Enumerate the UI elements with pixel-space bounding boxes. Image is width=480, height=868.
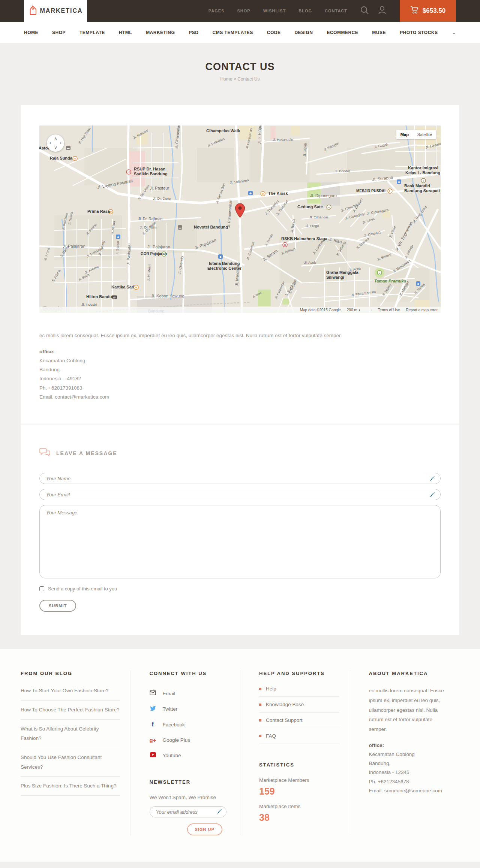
map-label: Jl. Industri: [81, 303, 97, 306]
nav-code[interactable]: CODE: [267, 30, 281, 35]
map-type-map-button[interactable]: Map: [396, 130, 413, 139]
terms-of-use-link[interactable]: Terms of Use: [378, 308, 400, 312]
send-copy-checkbox[interactable]: [39, 586, 44, 591]
chevron-down-icon[interactable]: ⌄: [452, 30, 456, 35]
social-googleplus-link[interactable]: g+ Google Plus: [150, 732, 230, 748]
brand-tag-icon: [28, 5, 37, 17]
nav-marketing[interactable]: MARKETING: [146, 30, 175, 35]
nav-photo-stocks[interactable]: PHOTO STOCKS: [400, 30, 438, 35]
hotel-poi-glyph: ▬: [179, 226, 182, 229]
logo[interactable]: MARKETICA: [24, 0, 87, 22]
help-link[interactable]: Contact Support: [259, 713, 339, 728]
google-map[interactable]: HHΨΨΨΨ▬▬▬●●☾◆◆◆◆◆●● Cihampelas WalkAston…: [39, 125, 441, 313]
cart-button[interactable]: $653.50: [400, 0, 456, 22]
newsletter-email-input[interactable]: [150, 806, 226, 817]
mosque-poi-glyph: ☾: [389, 190, 391, 193]
search-icon[interactable]: [360, 6, 369, 16]
help-link[interactable]: FAQ: [259, 728, 339, 744]
content-card: HHΨΨΨΨ▬▬▬●●☾◆◆◆◆◆●● Cihampelas WalkAston…: [21, 105, 459, 635]
footer-help-column: HELP AND SUPPORTS Help Knowladge Base Co…: [240, 671, 350, 835]
help-heading: HELP AND SUPPORTS: [259, 671, 339, 676]
map-label: Hilton Bandung: [86, 294, 117, 299]
about-office-line: Indonesia - 12345: [369, 769, 410, 775]
map-type-toggle: Map Satellite: [396, 130, 436, 139]
map-label: Jl. Hasanudin: [273, 138, 293, 142]
header-nav-pages[interactable]: PAGES: [208, 9, 225, 13]
pan-right-icon[interactable]: ›: [60, 140, 62, 145]
nav-psd[interactable]: PSD: [189, 30, 198, 35]
pan-up-icon[interactable]: ∧: [54, 136, 57, 141]
map-label: Jl. Diponegoro: [310, 193, 337, 198]
map-label: Cihampelas Walk: [206, 128, 240, 133]
office-line: Ph. +62817391083: [39, 385, 82, 391]
breadcrumb-separator: >: [234, 76, 236, 82]
name-input[interactable]: [39, 473, 441, 484]
nav-shop[interactable]: SHOP: [52, 30, 66, 35]
nav-cms-templates[interactable]: CMS TEMPLATES: [212, 30, 253, 35]
office-info: office: Kecamatan Coblong Bandung. Indon…: [39, 347, 441, 402]
breadcrumb: Home > Contact Us: [0, 76, 480, 82]
brand-name: MARKETICA: [40, 7, 83, 14]
office-line: Bandung.: [39, 367, 61, 372]
map-label: Taman Pramuka: [374, 279, 406, 283]
header-nav-contact[interactable]: CONTACT: [325, 9, 347, 13]
map-pan-control[interactable]: ∧ ∨ ‹ ›: [47, 134, 64, 152]
social-facebook-link[interactable]: f Facebook: [150, 717, 230, 732]
nav-ecommerce[interactable]: ECOMMERCE: [327, 30, 358, 35]
map-label: Jl. Pasteur: [150, 186, 169, 190]
header-nav-blog[interactable]: BLOG: [298, 9, 312, 13]
about-office-label: office:: [369, 743, 384, 748]
office-label: office:: [39, 349, 55, 354]
pan-down-icon[interactable]: ∨: [54, 145, 57, 150]
header-nav-shop[interactable]: SHOP: [237, 9, 250, 13]
nav-template[interactable]: TEMPLATE: [80, 30, 105, 35]
stat-value: 159: [259, 786, 339, 797]
nav-home[interactable]: HOME: [24, 30, 38, 35]
cart-icon: [410, 6, 418, 16]
pen-icon: [217, 808, 223, 816]
leave-message-section: LEAVE A MESSAGE Send a copy of this emai…: [21, 424, 459, 635]
help-link[interactable]: Knowladge Base: [259, 697, 339, 713]
header-nav-wishlist[interactable]: WISHLIST: [263, 9, 286, 13]
map-label: Bandung Surapati: [404, 188, 440, 193]
blog-link[interactable]: How To Choose The Perfect Fashion Store?: [21, 701, 120, 720]
header-icons: [360, 0, 386, 22]
map-data-text: Map data ©2015 Google: [300, 308, 341, 312]
message-textarea[interactable]: [39, 505, 441, 578]
social-youtube-link[interactable]: Youtube: [150, 748, 230, 763]
report-map-error-link[interactable]: Report a map error: [406, 308, 438, 312]
blog-link[interactable]: What is So Alluring About Celebrity Fash…: [21, 720, 120, 748]
bullet-icon: [259, 735, 261, 737]
map-label: Siliwangi: [326, 275, 344, 279]
social-email-link[interactable]: Email: [150, 686, 230, 701]
cart-total: $653.50: [423, 7, 446, 15]
email-field-wrap: [39, 489, 441, 500]
nav-design[interactable]: DESIGN: [294, 30, 313, 35]
submit-button[interactable]: SUBMIT: [39, 600, 76, 612]
newsletter-block: NEWSLETTER We Won't Spam, We Promise SIG…: [150, 779, 230, 835]
map-section: HHΨΨΨΨ▬▬▬●●☾◆◆◆◆◆●● Cihampelas WalkAston…: [21, 105, 459, 424]
map-marker[interactable]: [235, 203, 245, 220]
blog-link[interactable]: How To Start Your Own Fashion Store?: [21, 686, 120, 701]
map-label: Jl. Bondol: [335, 169, 350, 173]
breadcrumb-home[interactable]: Home: [220, 76, 232, 82]
google-plus-icon: g+: [150, 737, 156, 743]
shop-poi-glyph: ◆: [219, 255, 222, 258]
signup-button[interactable]: SIGN UP: [187, 823, 222, 835]
email-input[interactable]: [39, 489, 441, 500]
user-icon[interactable]: [378, 6, 386, 16]
blog-link[interactable]: Should You Use Fashion Consultant Servic…: [21, 748, 120, 777]
nav-muse[interactable]: MUSE: [372, 30, 386, 35]
help-link[interactable]: Help: [259, 686, 339, 697]
help-list: Help Knowladge Base Contact Support FAQ: [259, 686, 339, 744]
map-type-satellite-button[interactable]: Satellite: [413, 130, 436, 139]
about-office: office: Kecamatan Coblong Bandung. Indon…: [369, 741, 449, 796]
pan-left-icon[interactable]: ‹: [50, 140, 51, 145]
map-label: Bank Mandiri: [404, 184, 430, 188]
nav-html[interactable]: HTML: [119, 30, 132, 35]
blog-link[interactable]: Plus Size Fashion: Is There Such a Thing…: [21, 777, 120, 796]
social-twitter-link[interactable]: Twitter: [150, 701, 230, 717]
connect-heading: CONNECT WITH US: [150, 671, 230, 676]
map-label: Prima Rasa: [87, 209, 110, 214]
contact-description: ec mollis lorem consequat. Fusce ipsum e…: [39, 332, 441, 340]
